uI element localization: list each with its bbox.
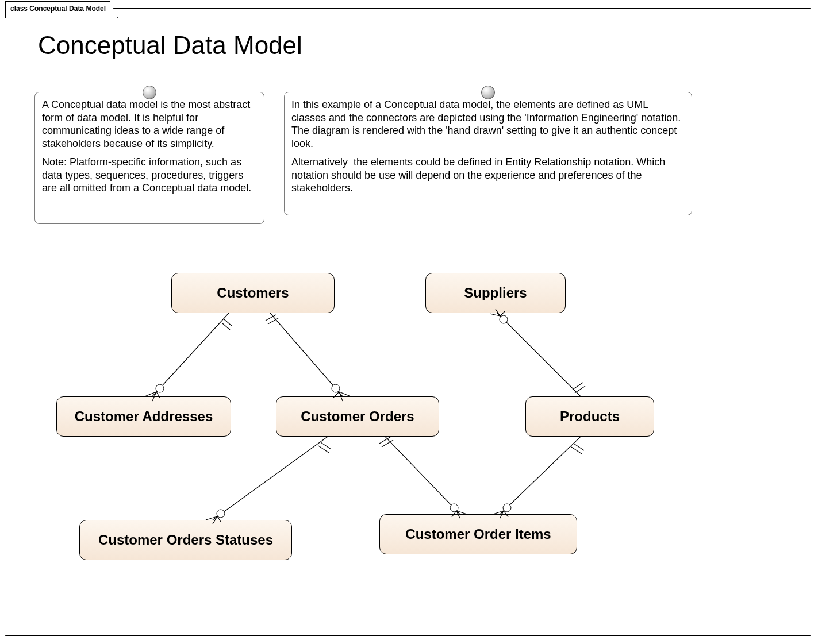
note-right-p1: In this example of a Conceptual data mod… [291,98,685,150]
note-left-p2: Note: Platform-specific information, suc… [42,156,257,195]
entity-suppliers[interactable]: Suppliers [425,273,566,313]
pin-icon [481,86,495,99]
entity-customer-addresses[interactable]: Customer Addresses [56,396,231,437]
entity-label: Customer Addresses [75,408,213,425]
diagram-frame: class Conceptual Data Model Conceptual D… [0,0,818,644]
entity-label: Customer Orders Statuses [98,532,273,548]
pin-icon [143,86,156,99]
diagram-title: Conceptual Data Model [38,31,302,60]
note-right-p2: Alternatively the elements could be defi… [291,156,685,195]
note-left-p1: A Conceptual data model is the most abst… [42,98,257,150]
note-left: A Conceptual data model is the most abst… [34,92,264,224]
entity-products[interactable]: Products [525,396,654,437]
diagram-tab: class Conceptual Data Model [5,1,118,18]
entity-label: Customers [217,285,289,301]
entity-customers[interactable]: Customers [171,273,335,313]
entity-customer-orders-statuses[interactable]: Customer Orders Statuses [79,520,292,560]
entity-label: Suppliers [464,285,527,301]
entity-customer-orders[interactable]: Customer Orders [276,396,439,437]
entity-label: Customer Order Items [405,526,551,542]
entity-customer-order-items[interactable]: Customer Order Items [379,514,577,554]
entity-label: Customer Orders [301,408,414,425]
note-right: In this example of a Conceptual data mod… [284,92,692,215]
entity-label: Products [560,408,620,425]
